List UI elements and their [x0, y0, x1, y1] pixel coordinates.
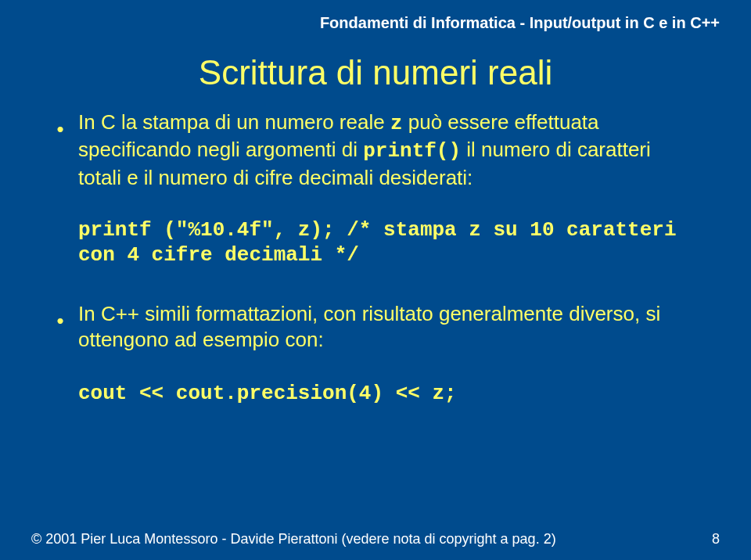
code-block-cpp: cout << cout.precision(4) << z; [78, 381, 695, 407]
slide-title: Scrittura di numeri reali [0, 53, 751, 92]
bullet-dot-icon: • [56, 109, 78, 139]
bullet1-fn: printf() [363, 139, 461, 163]
bullet-1: • In C la stampa di un numero reale z pu… [56, 109, 695, 191]
bullet1-z: z [390, 112, 403, 135]
code-block-c: printf ("%10.4f", z); /* stampa z su 10 … [78, 217, 695, 268]
footer-left: © 2001 Pier Luca Montessoro - Davide Pie… [31, 531, 556, 547]
slide-footer: © 2001 Pier Luca Montessoro - Davide Pie… [31, 531, 720, 547]
code1-a: printf ("%10.4f", z); [78, 218, 347, 242]
slide-header: Fondamenti di Informatica - Input/output… [320, 14, 720, 32]
bullet-2-text: In C++ simili formattazioni, con risulta… [78, 301, 695, 354]
slide-content: • In C la stampa di un numero reale z pu… [56, 109, 695, 407]
bullet-dot-icon: • [56, 301, 78, 331]
page-number: 8 [712, 531, 720, 547]
bullet1-pre: In C la stampa di un numero reale [78, 110, 390, 134]
bullet-1-text: In C la stampa di un numero reale z può … [78, 109, 695, 191]
bullet-2: • In C++ simili formattazioni, con risul… [56, 301, 695, 354]
